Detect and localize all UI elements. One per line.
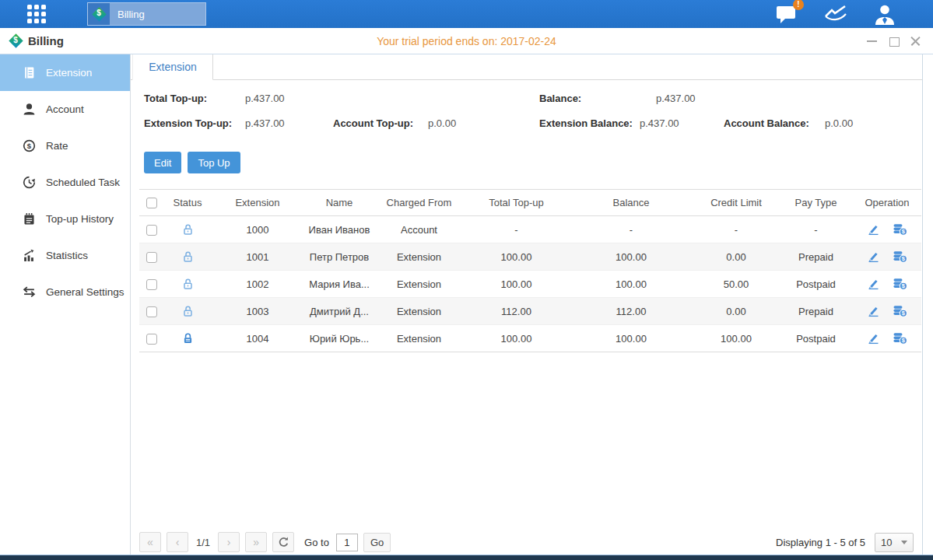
taskbar-billing-tab[interactable]: $ Billing (87, 2, 206, 26)
tab-strip: Extension (131, 54, 922, 80)
sidebar-item-scheduled-task[interactable]: Scheduled Task (0, 164, 130, 201)
edit-icon[interactable] (867, 223, 880, 236)
cell-total-topup: 100.00 (464, 325, 569, 352)
sidebar-item-statistics[interactable]: Statistics (0, 237, 130, 274)
cell-total-topup: 100.00 (464, 271, 569, 298)
balance-label: Balance: (539, 93, 581, 104)
top-up-icon[interactable]: $ (893, 250, 907, 263)
cell-extension: 1000 (211, 216, 304, 243)
extension-balance-value: p.437.00 (640, 117, 679, 129)
cell-balance: - (569, 216, 693, 243)
cell-name: Петр Петров (304, 243, 374, 271)
bar-chart-icon (23, 249, 36, 262)
cell-total-topup: - (464, 216, 569, 243)
select-all-checkbox[interactable] (146, 198, 157, 208)
sidebar-item-general-settings[interactable]: General Settings (0, 274, 130, 310)
table-row: 1000Иван ИвановAccount----$ (139, 216, 921, 243)
sliders-icon (23, 285, 36, 299)
dollar-circle-icon: $ (23, 139, 36, 152)
edit-button[interactable]: Edit (144, 152, 181, 173)
cell-charged-from: Extension (374, 271, 464, 298)
cell-credit-limit: - (693, 216, 779, 243)
user-account-icon[interactable] (874, 4, 896, 25)
row-checkbox[interactable] (146, 279, 157, 290)
next-page-button[interactable]: › (218, 532, 240, 552)
cell-balance: 100.00 (569, 271, 693, 298)
unlocked-icon (181, 250, 195, 264)
column-header-operation: Operation (853, 190, 921, 216)
go-button[interactable]: Go (363, 533, 391, 552)
sidebar-item-top-up-history[interactable]: Top-up History (0, 201, 130, 237)
row-checkbox[interactable] (146, 225, 157, 236)
cell-total-topup: 100.00 (464, 243, 569, 271)
goto-page-input[interactable] (336, 534, 358, 551)
edit-icon[interactable] (867, 278, 880, 290)
table-row: 1004Юрий Юрь...Extension100.00100.00100.… (139, 325, 921, 352)
sidebar-item-account[interactable]: Account (0, 91, 130, 128)
maximize-icon[interactable] (889, 36, 899, 46)
first-page-button[interactable]: « (139, 532, 161, 552)
billing-window-icon: $ (9, 34, 23, 48)
cell-charged-from: Extension (374, 243, 464, 271)
column-header-pay-type: Pay Type (779, 190, 853, 216)
cell-name: Иван Иванов (304, 216, 374, 243)
sidebar-item-label: General Settings (46, 286, 125, 298)
page-size-select[interactable]: 10 (875, 533, 914, 552)
resource-monitor-icon[interactable] (823, 5, 848, 23)
cell-charged-from: Extension (374, 298, 464, 325)
notifications-icon[interactable]: ! (776, 4, 798, 24)
unlocked-icon (181, 278, 195, 291)
cell-balance: 112.00 (569, 298, 693, 325)
extension-topup-label: Extension Top-up: (144, 117, 232, 129)
table-row: 1003Дмитрий Д...Extension112.00112.000.0… (139, 298, 921, 325)
sidebar-item-rate[interactable]: $Rate (0, 128, 130, 164)
cell-pay-type: - (779, 216, 853, 243)
sidebar-item-label: Extension (46, 67, 92, 79)
table-row: 1002Мария Ива...Extension100.00100.0050.… (139, 271, 921, 298)
billing-app-icon: $ (88, 3, 110, 25)
column-header-name: Name (304, 190, 374, 216)
top-up-icon[interactable]: $ (893, 332, 907, 345)
top-up-icon[interactable]: $ (893, 223, 907, 236)
cell-balance: 100.00 (569, 243, 693, 271)
close-icon[interactable] (910, 36, 921, 46)
sidebar-item-label: Scheduled Task (46, 177, 120, 188)
cell-extension: 1003 (211, 298, 304, 325)
row-checkbox[interactable] (146, 306, 157, 317)
top-up-button[interactable]: Top Up (188, 152, 240, 173)
tab-extension[interactable]: Extension (132, 54, 213, 80)
column-header-charged-from: Charged From (374, 190, 464, 216)
top-up-icon[interactable]: $ (893, 305, 907, 317)
unlocked-icon (181, 305, 195, 318)
row-checkbox[interactable] (146, 334, 157, 345)
top-up-icon[interactable]: $ (893, 278, 907, 290)
edit-icon[interactable] (867, 250, 880, 263)
minimize-icon[interactable] (867, 36, 877, 46)
sidebar-item-label: Top-up History (46, 213, 114, 225)
refresh-icon[interactable] (272, 532, 294, 552)
sidebar: ExtensionAccount$RateScheduled TaskTop-u… (0, 54, 131, 555)
cell-credit-limit: 50.00 (693, 271, 779, 298)
row-checkbox[interactable] (146, 252, 157, 263)
cell-credit-limit: 100.00 (693, 325, 779, 352)
apps-grid-icon[interactable] (27, 5, 46, 23)
cell-name: Дмитрий Д... (304, 298, 374, 325)
cell-balance: 100.00 (569, 325, 693, 352)
cell-pay-type: Postpaid (779, 271, 853, 298)
total-topup-label: Total Top-up: (144, 93, 207, 104)
taskbar: $ Billing ! (0, 0, 933, 28)
cell-charged-from: Account (374, 216, 464, 243)
sidebar-item-label: Rate (46, 140, 68, 152)
cell-charged-from: Extension (374, 325, 464, 352)
edit-icon[interactable] (867, 305, 880, 317)
trial-notice: Your trial period ends on: 2017-02-24 (0, 35, 933, 47)
window-titlebar: $ Billing Your trial period ends on: 201… (0, 28, 933, 54)
cell-credit-limit: 0.00 (693, 243, 779, 271)
prev-page-button[interactable]: ‹ (167, 532, 188, 552)
cell-extension: 1001 (211, 243, 304, 271)
last-page-button[interactable]: » (245, 532, 267, 552)
sidebar-item-extension[interactable]: Extension (0, 54, 130, 91)
cell-pay-type: Prepaid (779, 298, 853, 325)
edit-icon[interactable] (867, 332, 880, 345)
cell-extension: 1002 (211, 271, 304, 298)
